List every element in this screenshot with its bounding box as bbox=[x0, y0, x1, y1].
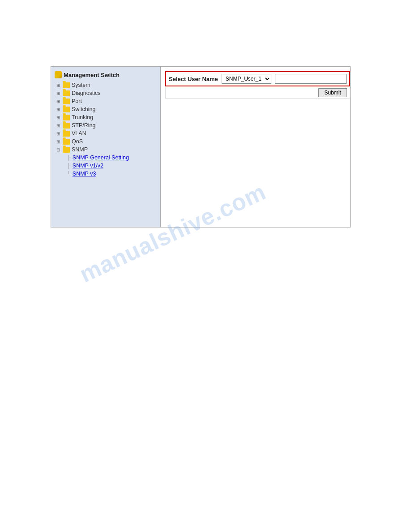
sidebar-item-switching[interactable]: ⊞ Switching bbox=[53, 105, 158, 113]
folder-icon-qos bbox=[63, 139, 70, 145]
nav-root-label: Management Switch bbox=[64, 72, 120, 78]
expand-icon-stpring: ⊞ bbox=[56, 123, 61, 128]
folder-icon-port bbox=[63, 99, 70, 104]
folder-icon-trunking bbox=[63, 115, 70, 120]
snmp-general-link[interactable]: SNMP General Setting bbox=[73, 154, 129, 161]
select-user-form-row: Select User Name SNMP_User_1 SNMP_User_2… bbox=[165, 71, 350, 86]
content-area: Select User Name SNMP_User_1 SNMP_User_2… bbox=[161, 67, 355, 227]
expand-icon-system: ⊞ bbox=[56, 82, 61, 88]
user-name-select[interactable]: SNMP_User_1 SNMP_User_2 SNMP_User_3 bbox=[222, 74, 271, 84]
tree-line-3: └ bbox=[67, 171, 71, 176]
sidebar-item-label-switching: Switching bbox=[72, 106, 96, 112]
submit-button[interactable]: Submit bbox=[318, 88, 347, 97]
sidebar-item-label-diagnostics: Diagnostics bbox=[72, 90, 101, 96]
sidebar-item-trunking[interactable]: ⊞ Trunking bbox=[53, 113, 158, 121]
sidebar-item-label-trunking: Trunking bbox=[72, 114, 93, 120]
expand-icon-diagnostics: ⊞ bbox=[56, 90, 61, 96]
main-panel: Management Switch ⊞ System ⊞ Diagnostics… bbox=[51, 66, 351, 227]
root-icon bbox=[55, 71, 62, 78]
folder-icon-open-snmp bbox=[63, 147, 70, 153]
tree-line-1: ├ bbox=[67, 155, 71, 160]
select-user-label: Select User Name bbox=[169, 76, 218, 82]
user-name-input[interactable] bbox=[275, 74, 347, 84]
sidebar-item-label-qos: QoS bbox=[72, 138, 83, 145]
sidebar-item-vlan[interactable]: ⊞ VLAN bbox=[53, 129, 158, 137]
sidebar-item-label-system: System bbox=[72, 82, 90, 88]
sidebar-item-label-port: Port bbox=[72, 98, 82, 104]
expand-icon-switching: ⊞ bbox=[56, 107, 61, 112]
folder-icon-switching bbox=[63, 107, 70, 112]
sidebar-item-system[interactable]: ⊞ System bbox=[53, 81, 158, 89]
folder-icon-system bbox=[63, 82, 70, 88]
sidebar-subitem-snmp-v1v2[interactable]: ├ SNMP v1/v2 bbox=[53, 162, 158, 170]
folder-icon-diagnostics bbox=[63, 90, 70, 96]
page-container: Management Switch ⊞ System ⊞ Diagnostics… bbox=[0, 0, 411, 532]
snmp-v3-link[interactable]: SNMP v3 bbox=[73, 171, 96, 177]
folder-icon-stpring bbox=[63, 123, 70, 129]
snmp-v1v2-link[interactable]: SNMP v1/v2 bbox=[73, 163, 103, 169]
sidebar-item-stpring[interactable]: ⊞ STP/Ring bbox=[53, 121, 158, 129]
folder-icon-vlan bbox=[63, 131, 70, 137]
sidebar-subitem-snmp-v3[interactable]: └ SNMP v3 bbox=[53, 170, 158, 178]
nav-tree: Management Switch ⊞ System ⊞ Diagnostics… bbox=[51, 67, 161, 227]
expand-icon-vlan: ⊞ bbox=[56, 131, 61, 136]
sidebar-item-qos[interactable]: ⊞ QoS bbox=[53, 137, 158, 146]
sidebar-item-snmp[interactable]: ⊟ SNMP bbox=[53, 146, 158, 154]
sidebar-item-diagnostics[interactable]: ⊞ Diagnostics bbox=[53, 89, 158, 97]
sidebar-item-label-stpring: STP/Ring bbox=[72, 122, 96, 129]
sidebar-subitem-snmp-general[interactable]: ├ SNMP General Setting bbox=[53, 154, 158, 162]
sidebar-item-label-snmp: SNMP bbox=[72, 146, 88, 153]
expand-icon-qos: ⊞ bbox=[56, 139, 61, 144]
sidebar-item-port[interactable]: ⊞ Port bbox=[53, 97, 158, 105]
expand-icon-port: ⊞ bbox=[56, 99, 61, 104]
sidebar-item-label-vlan: VLAN bbox=[72, 130, 86, 137]
expand-icon-trunking: ⊞ bbox=[56, 115, 61, 120]
nav-root: Management Switch bbox=[53, 70, 158, 79]
expand-icon-snmp: ⊟ bbox=[56, 147, 61, 152]
tree-line-2: ├ bbox=[67, 163, 71, 168]
submit-row: Submit bbox=[165, 87, 350, 99]
